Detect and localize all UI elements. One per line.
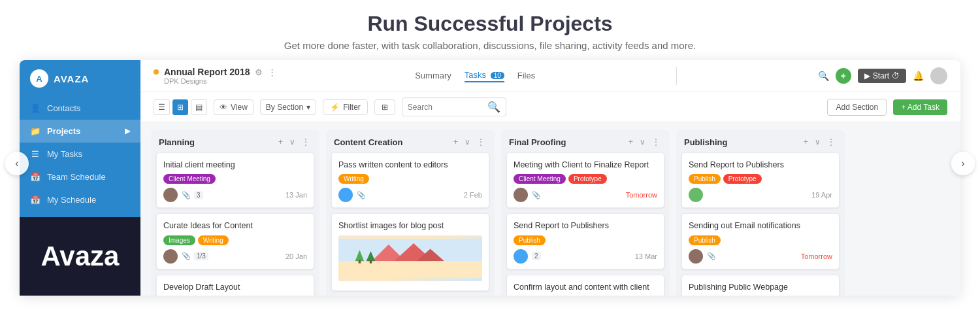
settings-icon[interactable]: ⚙ [255, 67, 263, 77]
tag-writing: Writing [198, 235, 229, 245]
task-card[interactable]: Publishing Public Webpage [681, 275, 840, 296]
task-avatar [163, 249, 178, 264]
search-icon[interactable]: 🔍 [818, 71, 829, 81]
col-more-icon[interactable]: ⋮ [825, 137, 837, 147]
tasks-icon: ☰ [30, 149, 41, 159]
col-expand-icon[interactable]: ∨ [287, 137, 297, 147]
col-expand-icon[interactable]: ∨ [463, 137, 472, 147]
sidebar-item-my-tasks[interactable]: ☰ My Tasks [20, 143, 140, 165]
task-date: 19 Apr [811, 191, 832, 199]
search-icon-small: 🔍 [487, 101, 500, 113]
clip-icon: 📎 [182, 191, 191, 199]
col-add-icon[interactable]: + [627, 137, 635, 147]
kanban-col-publishing: Publishing + ∨ ⋮ Send Report to Publishe… [676, 130, 845, 296]
task-tags: Images Writing [163, 235, 307, 245]
project-client: DPK Designs [154, 77, 276, 85]
task-meta: 📎 3 [182, 191, 203, 199]
tab-summary[interactable]: Summary [415, 71, 451, 82]
sidebar-item-projects[interactable]: 📁 Projects ▶ [20, 120, 140, 143]
kanban-col-planning: Planning + ∨ ⋮ Initial client meeting Cl… [151, 130, 319, 296]
list-view-button[interactable]: ☰ [154, 99, 170, 115]
task-card[interactable]: Sending out Email notifications Publish … [681, 213, 840, 269]
svg-rect-5 [338, 261, 482, 278]
task-meta: 📎 [707, 252, 716, 260]
start-button[interactable]: ▶ Start ⏱ [858, 69, 906, 83]
col-more-icon[interactable]: ⋮ [650, 137, 662, 147]
task-title: Curate Ideas for Content [163, 220, 307, 231]
clip-icon: 📎 [182, 252, 191, 260]
task-card-image[interactable]: Shortlist images for blog post [331, 213, 489, 290]
task-title: Initial client meeting [163, 160, 307, 170]
col-add-icon[interactable]: + [802, 137, 810, 147]
play-icon: ▶ [864, 71, 870, 80]
task-card[interactable]: Confirm layout and content with client [506, 275, 664, 296]
col-header-content: Content Creation + ∨ ⋮ [326, 130, 495, 152]
sidebar-item-my-schedule[interactable]: 📅 My Schedule [20, 188, 140, 211]
by-section-select[interactable]: By Section ▾ [260, 99, 316, 115]
sidebar-item-contacts[interactable]: 👤 Contacts [20, 97, 140, 120]
task-date-overdue: Tomorrow [801, 252, 832, 260]
col-expand-icon[interactable]: ∨ [638, 137, 647, 147]
task-card[interactable]: Develop Draft Layout [156, 275, 314, 296]
task-card[interactable]: Curate Ideas for Content Images Writing … [156, 213, 314, 269]
task-card[interactable]: Meeting with Client to Finalize Report C… [506, 152, 664, 208]
task-date: 20 Jan [286, 252, 307, 260]
app-wrapper: A AVAZA 👤 Contacts 📁 Projects ▶ ☰ My Tas… [20, 60, 960, 296]
col-add-icon[interactable]: + [451, 137, 460, 147]
clip-icon: 📎 [357, 191, 366, 199]
view-select[interactable]: 👁 View [214, 99, 253, 115]
avatar-count: 2 [532, 252, 541, 260]
col-expand-icon[interactable]: ∨ [813, 137, 823, 147]
sidebar-logo: A AVAZA [20, 60, 140, 97]
filter-button[interactable]: ⚡ Filter [323, 99, 368, 115]
task-card[interactable]: Pass written content to editors Writing … [331, 152, 489, 208]
search-input[interactable] [408, 103, 483, 112]
brand-name: Avaza [41, 241, 120, 272]
notification-icon[interactable]: 🔔 [913, 71, 924, 81]
add-section-button[interactable]: Add Section [827, 99, 887, 116]
task-fraction: 1/3 [194, 252, 208, 260]
table-view-button[interactable]: ▤ [191, 99, 207, 115]
task-title: Develop Draft Layout [163, 282, 307, 292]
task-meta: 📎 [357, 191, 366, 199]
tab-files[interactable]: Files [517, 71, 535, 82]
tag-writing: Writing [338, 174, 369, 184]
project-tabs: Summary Tasks 10 Files [415, 70, 535, 82]
col-header-planning: Planning + ∨ ⋮ [151, 130, 319, 152]
tag-publish: Publish [689, 235, 721, 245]
projects-icon: 📁 [30, 126, 41, 136]
contacts-icon: 👤 [30, 103, 41, 113]
col-more-icon[interactable]: ⋮ [475, 137, 487, 147]
task-avatar [514, 249, 528, 264]
sidebar-item-team-schedule[interactable]: 📅 Team Schedule [20, 165, 140, 188]
page-header: Run Successful Projects Get more done fa… [0, 0, 980, 60]
task-card[interactable]: Initial client meeting Client Meeting 📎 … [156, 152, 314, 208]
col-more-icon[interactable]: ⋮ [300, 137, 312, 147]
tag-client-meeting: Client Meeting [514, 174, 566, 184]
col-add-icon[interactable]: + [276, 137, 285, 147]
nav-arrow-left[interactable]: ‹ [5, 152, 29, 175]
task-title: Shortlist images for blog post [338, 220, 482, 231]
more-icon[interactable]: ⋮ [268, 67, 276, 77]
tab-tasks[interactable]: Tasks 10 [465, 70, 504, 82]
sidebar-item-label: Projects [47, 126, 80, 136]
user-avatar[interactable] [930, 67, 947, 84]
task-card[interactable]: Send Report to Publishers Publish Protot… [681, 152, 840, 208]
grid-view-button[interactable]: ⊞ [172, 99, 188, 115]
tasks-badge: 10 [491, 72, 504, 79]
nav-arrow-right[interactable]: › [951, 152, 975, 175]
task-card[interactable]: Send Report to Publishers Publish 2 13 M… [506, 213, 664, 269]
task-footer: 19 Apr [689, 188, 832, 202]
task-avatar [163, 188, 178, 202]
group-icon: ⊞ [382, 103, 388, 112]
task-title: Send Report to Publishers [689, 160, 832, 170]
project-actions: 🔍 + ▶ Start ⏱ 🔔 [818, 67, 947, 84]
add-button[interactable]: + [836, 68, 851, 84]
add-task-button[interactable]: + Add Task [893, 99, 947, 115]
group-button[interactable]: ⊞ [374, 99, 395, 115]
task-avatar [689, 249, 703, 264]
logo-text: AVAZA [54, 73, 89, 84]
col-title-publishing: Publishing [684, 137, 798, 147]
col-actions-content: + ∨ ⋮ [451, 137, 487, 147]
brand-overlay: Avaza [20, 217, 140, 296]
